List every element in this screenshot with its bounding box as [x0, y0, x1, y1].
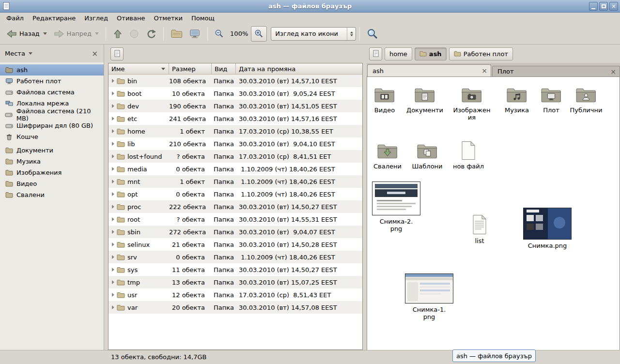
image-item-snimka[interactable]: Снимка.png	[520, 208, 574, 249]
tab-desktop[interactable]: Плот ×	[492, 66, 620, 76]
menu-go[interactable]: Отиване	[112, 14, 149, 23]
breadcrumb-ash[interactable]: ash	[415, 47, 447, 61]
sidebar-item-home[interactable]: ash	[0, 64, 104, 76]
sidebar-item-music[interactable]: Музика	[0, 156, 104, 167]
file-row[interactable]: bin 108 обекта Папка 30.03.2010 (вт) 14,…	[108, 75, 362, 87]
expander-icon[interactable]	[112, 280, 114, 284]
file-row[interactable]: proc 222 обекта Папка 30.03.2010 (вт) 14…	[108, 200, 362, 213]
file-row[interactable]: opt 0 обекта Папка 1.10.2009 (чт) 18,40,…	[108, 188, 362, 200]
sidebar-item-video[interactable]: Видео	[0, 178, 104, 189]
expander-icon[interactable]	[112, 293, 114, 297]
expander-icon[interactable]	[112, 79, 114, 83]
expander-icon[interactable]	[112, 230, 114, 234]
file-row[interactable]: sbin 272 обекта Папка 30.03.2010 (вт) 9,…	[108, 226, 362, 238]
home-button[interactable]	[167, 26, 186, 42]
file-row[interactable]: media 0 обекта Папка 1.10.2009 (чт) 18,4…	[108, 163, 362, 175]
menu-edit[interactable]: Редактиране	[28, 14, 80, 23]
file-row[interactable]: lost+found ? обекта Папка 17.03.2010 (ср…	[108, 150, 362, 163]
file-row[interactable]: home 1 обект Папка 17.03.2010 (ср) 10,38…	[108, 125, 362, 137]
file-row[interactable]: var 20 обекта Папка 30.03.2010 (вт) 14,5…	[108, 301, 362, 314]
stop-button[interactable]	[126, 26, 142, 42]
sidebar-item-filesystem[interactable]: Файлова система	[0, 87, 104, 98]
sidebar-item-volume-210mb[interactable]: Файлова система (210 MB)	[0, 109, 104, 120]
file-row[interactable]: tmp 13 обекта Папка 30.03.2010 (вт) 15,0…	[108, 276, 362, 288]
menu-bookmarks[interactable]: Отметки	[149, 14, 186, 23]
expander-icon[interactable]	[112, 129, 114, 133]
expander-icon[interactable]	[112, 142, 114, 146]
expander-icon[interactable]	[112, 154, 114, 158]
icon-view[interactable]: Видео Документи Изображен ия	[367, 77, 620, 350]
folder-item-public[interactable]: Публични	[565, 83, 607, 121]
expander-icon[interactable]	[112, 167, 114, 171]
sidebar-item-desktop[interactable]: Работен плот	[0, 76, 104, 87]
sidebar-item-downloads[interactable]: Свалени	[0, 189, 104, 200]
expander-icon[interactable]	[112, 117, 114, 121]
computer-button[interactable]	[186, 26, 204, 42]
column-header-size[interactable]: Размер	[169, 63, 212, 75]
minimize-button[interactable]	[589, 2, 598, 11]
column-header-type[interactable]: Вид	[212, 63, 236, 75]
taskbar-window-button[interactable]: ash — файлов браузър	[452, 349, 536, 362]
expander-icon[interactable]	[112, 180, 114, 183]
location-bar-toggle-button[interactable]	[369, 47, 382, 61]
menu-help[interactable]: Помощ	[187, 14, 219, 23]
sidebar-item-trash[interactable]: Кошче	[0, 131, 104, 142]
zoom-out-button[interactable]	[211, 26, 227, 42]
menu-file[interactable]: Файл	[2, 14, 28, 23]
sidebar-close-button[interactable]: ×	[91, 49, 99, 58]
image-item-snimka1[interactable]: Снимка-1. png	[402, 273, 456, 320]
tab-close-icon[interactable]: ×	[481, 67, 487, 74]
folder-item-desktop[interactable]: Плот	[538, 83, 565, 121]
sidebar-item-documents[interactable]: Документи	[0, 145, 104, 156]
folder-item-video[interactable]: Видео	[367, 83, 402, 121]
maximize-button[interactable]	[599, 2, 608, 11]
file-row[interactable]: usr 12 обекта Папка 17.03.2010 (ср) 8,51…	[108, 288, 362, 301]
file-row[interactable]: dev 190 обекта Папка 30.03.2010 (вт) 14,…	[108, 100, 362, 112]
forward-button[interactable]: Напред	[50, 26, 102, 42]
column-header-name[interactable]: Име	[108, 63, 169, 75]
tab-ash[interactable]: ash ×	[367, 64, 491, 76]
file-row[interactable]: selinux 21 обекта Папка 30.03.2010 (вт) …	[108, 238, 362, 251]
expander-icon[interactable]	[112, 192, 114, 196]
expander-icon[interactable]	[112, 91, 114, 95]
back-button[interactable]: Назад	[3, 26, 50, 42]
search-button[interactable]	[363, 26, 382, 42]
menu-view[interactable]: Изглед	[80, 14, 112, 23]
file-item-new-file[interactable]: нов файл	[447, 139, 490, 170]
expander-icon[interactable]	[112, 205, 114, 209]
file-row[interactable]: sys 11 обекта Папка 30.03.2010 (вт) 14,5…	[108, 263, 362, 276]
zoom-in-button[interactable]	[251, 26, 267, 42]
expander-icon[interactable]	[112, 268, 114, 272]
image-item-snimka2[interactable]: Снимка-2. png	[368, 182, 424, 232]
pane-splitter[interactable]	[363, 45, 367, 350]
breadcrumb-home[interactable]: home	[385, 47, 412, 61]
file-row[interactable]: root ? обекта Папка 30.03.2010 (вт) 14,5…	[108, 213, 362, 226]
folder-item-templates[interactable]: Шаблони	[408, 139, 447, 170]
expander-icon[interactable]	[112, 243, 114, 246]
tab-close-icon[interactable]: ×	[610, 68, 616, 75]
titlebar[interactable]: ash — файлов браузър ×	[0, 0, 620, 13]
breadcrumb-desktop[interactable]: Работен плот	[449, 47, 513, 61]
folder-item-downloads[interactable]: Свалени	[367, 139, 408, 170]
file-row[interactable]: etc 241 обекта Папка 30.03.2010 (вт) 14,…	[108, 112, 362, 125]
reload-button[interactable]	[142, 26, 160, 42]
file-row[interactable]: boot 10 обекта Папка 30.03.2010 (вт) 9,0…	[108, 87, 362, 100]
back-history-chevron-icon[interactable]	[43, 32, 47, 35]
places-dropdown-icon[interactable]	[29, 52, 32, 55]
sidebar-item-pictures[interactable]: Изображения	[0, 167, 104, 178]
up-button[interactable]	[109, 26, 126, 42]
location-bar-toggle-button[interactable]	[110, 47, 124, 61]
file-row[interactable]: mnt 1 обект Папка 1.10.2009 (чт) 18,40,2…	[108, 175, 362, 188]
view-mode-select[interactable]: Изглед като икони	[271, 27, 356, 41]
column-header-date[interactable]: Дата на промяна	[236, 63, 362, 75]
folder-item-pictures[interactable]: Изображен ия	[448, 83, 496, 121]
pane-splitter[interactable]	[104, 45, 108, 350]
close-button[interactable]: ×	[609, 2, 618, 11]
file-item-list[interactable]: list	[455, 214, 504, 244]
file-row[interactable]: srv 0 обекта Папка 1.10.2009 (чт) 18,40,…	[108, 251, 362, 263]
file-row[interactable]: lib 210 обекта Папка 30.03.2010 (вт) 9,0…	[108, 137, 362, 150]
folder-item-music[interactable]: Музика	[496, 83, 538, 121]
expander-icon[interactable]	[112, 217, 114, 221]
expander-icon[interactable]	[112, 305, 114, 309]
folder-item-documents[interactable]: Документи	[402, 83, 448, 121]
